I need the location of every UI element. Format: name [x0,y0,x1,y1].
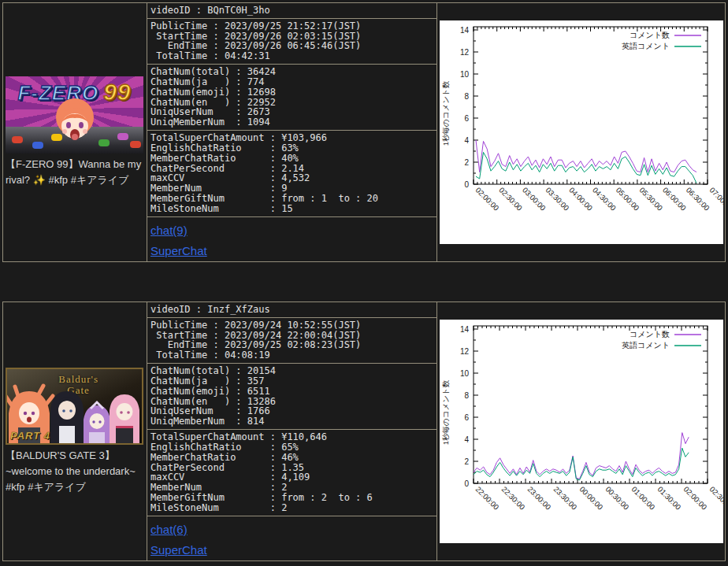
part-label: PART 4 [10,430,50,442]
links-block: chat(6) SuperChat playboard(other site) [147,516,436,560]
links-block: chat(9) SuperChat playboard(other site) [147,217,436,261]
car-icon [130,141,141,148]
svg-text:10: 10 [459,70,469,79]
svg-text:1秒毎のコメント数: 1秒毎のコメント数 [441,379,450,445]
thumbnail-cell: Baldur's Gate [3,302,147,560]
video-thumbnail: Baldur's Gate [6,368,143,445]
video-entry: Baldur's Gate [2,301,726,561]
svg-text:コメント数: コメント数 [630,330,670,338]
car-icon [117,133,128,140]
times-block: PublicTime : 2023/09/24 10:52:55(JST) St… [147,318,436,364]
stats-cell: videoID : Inzf_XfZaus PublicTime : 2023/… [147,302,437,560]
chat-link[interactable]: chat(6) [150,523,433,536]
svg-text:0: 0 [464,180,469,189]
video-title: 【BALDUR'S GATE 3】 ~welcome to the underd… [6,448,144,495]
car-icon [32,142,43,149]
thumbnail-cell: F-ZERO99 [3,3,147,261]
video-title: 【F-ZERO 99】Wanna be my rival? ✨ #kfp #キア… [6,157,144,188]
chat-link[interactable]: chat(9) [150,224,433,237]
superchat-link[interactable]: SuperChat [150,543,433,557]
video-id-block: videoID : Inzf_XfZaus [147,302,436,318]
svg-text:12: 12 [459,347,469,356]
svg-text:6: 6 [464,413,469,422]
svg-text:8: 8 [464,391,469,400]
svg-text:10: 10 [459,369,469,378]
svg-text:2: 2 [464,158,469,167]
svg-text:12: 12 [459,48,469,57]
chart-cell: 1秒毎のコメント数0246810121422:00:0022:30:0023:0… [437,302,725,560]
svg-text:0: 0 [464,479,469,488]
svg-text:14: 14 [459,325,469,334]
video-entry: F-ZERO99 [2,2,726,262]
stream-stats-page: F-ZERO99 [0,0,728,564]
svg-text:6: 6 [464,114,469,123]
svg-text:4: 4 [464,136,469,145]
superchat-stats-block: TotalSuperChatAmount : ¥110,646 EnglishC… [147,430,436,516]
svg-text:英語コメント: 英語コメント [622,42,670,50]
svg-text:8: 8 [464,92,469,101]
chart-cell: 1秒毎のコメント数0246810121402:00:0002:30:0003:0… [437,3,725,261]
car-icon [98,139,110,146]
svg-text:14: 14 [459,26,469,35]
superchat-stats-block: TotalSuperChatAmount : ¥103,966 EnglishC… [147,131,436,217]
times-block: PublicTime : 2023/09/25 21:52:17(JST) St… [147,19,436,65]
svg-text:2: 2 [464,457,469,466]
stats-cell: videoID : BQnTC0H_3ho PublicTime : 2023/… [147,3,437,261]
svg-text:1秒毎のコメント数: 1秒毎のコメント数 [441,80,450,146]
video-id-block: videoID : BQnTC0H_3ho [147,3,436,19]
superchat-link[interactable]: SuperChat [150,244,433,257]
fzero-logo-number: 99 [103,79,131,105]
car-icon [12,136,23,143]
chat-counts-block: ChatNum(total) : 36424 ChatNum(ja ) : 77… [147,65,436,131]
svg-text:4: 4 [464,435,469,444]
character-face-art [50,97,99,146]
svg-text:英語コメント: 英語コメント [622,341,670,350]
comment-rate-chart: 1秒毎のコメント数0246810121402:00:0002:30:0003:0… [440,20,723,244]
svg-text:コメント数: コメント数 [630,31,670,39]
video-thumbnail: F-ZERO99 [6,76,143,154]
comment-rate-chart: 1秒毎のコメント数0246810121422:00:0022:30:0023:0… [440,320,723,543]
chat-counts-block: ChatNum(total) : 20154 ChatNum(ja ) : 35… [147,364,436,430]
